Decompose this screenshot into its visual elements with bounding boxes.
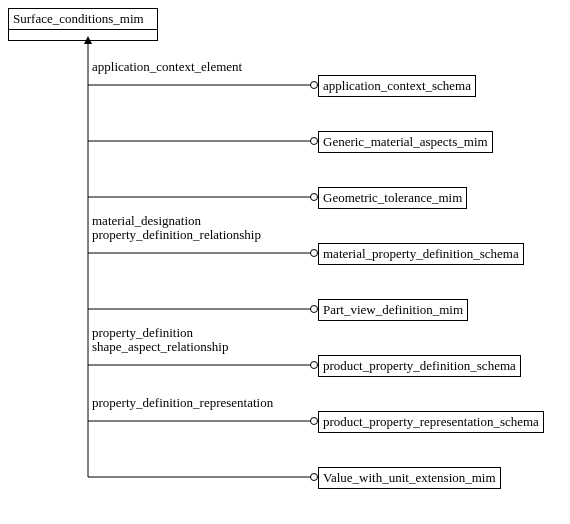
edge-label: property_definition shape_aspect_relatio… (92, 326, 228, 354)
target-label: Generic_material_aspects_mim (323, 134, 488, 149)
edge-label: property_definition_representation (92, 396, 273, 410)
connection-line (88, 253, 318, 313)
open-circle-icon (311, 362, 318, 369)
open-circle-icon (311, 306, 318, 313)
edge-label: material_designation property_definition… (92, 214, 261, 242)
target-label: Value_with_unit_extension_mim (323, 470, 496, 485)
target-box: Part_view_definition_mim (318, 299, 468, 321)
connection-line (88, 141, 318, 201)
open-circle-icon (311, 250, 318, 257)
target-box: Value_with_unit_extension_mim (318, 467, 501, 489)
open-circle-icon (311, 82, 318, 89)
target-label: product_property_definition_schema (323, 358, 516, 373)
open-circle-icon (311, 474, 318, 481)
open-circle-icon (311, 194, 318, 201)
target-label: Part_view_definition_mim (323, 302, 463, 317)
root-divider (9, 29, 157, 30)
root-schema-box: Surface_conditions_mim (8, 8, 158, 41)
target-label: material_property_definition_schema (323, 246, 519, 261)
connection-line (88, 85, 318, 145)
open-circle-icon (311, 138, 318, 145)
target-box: Geometric_tolerance_mim (318, 187, 467, 209)
target-box: product_property_definition_schema (318, 355, 521, 377)
open-circle-icon (311, 418, 318, 425)
connection-line (88, 421, 318, 481)
target-label: Geometric_tolerance_mim (323, 190, 462, 205)
target-label: product_property_representation_schema (323, 414, 539, 429)
target-label: application_context_schema (323, 78, 471, 93)
target-box: product_property_representation_schema (318, 411, 544, 433)
target-box: material_property_definition_schema (318, 243, 524, 265)
target-box: Generic_material_aspects_mim (318, 131, 493, 153)
root-schema-title: Surface_conditions_mim (13, 11, 144, 26)
edge-label: application_context_element (92, 60, 242, 74)
target-box: application_context_schema (318, 75, 476, 97)
